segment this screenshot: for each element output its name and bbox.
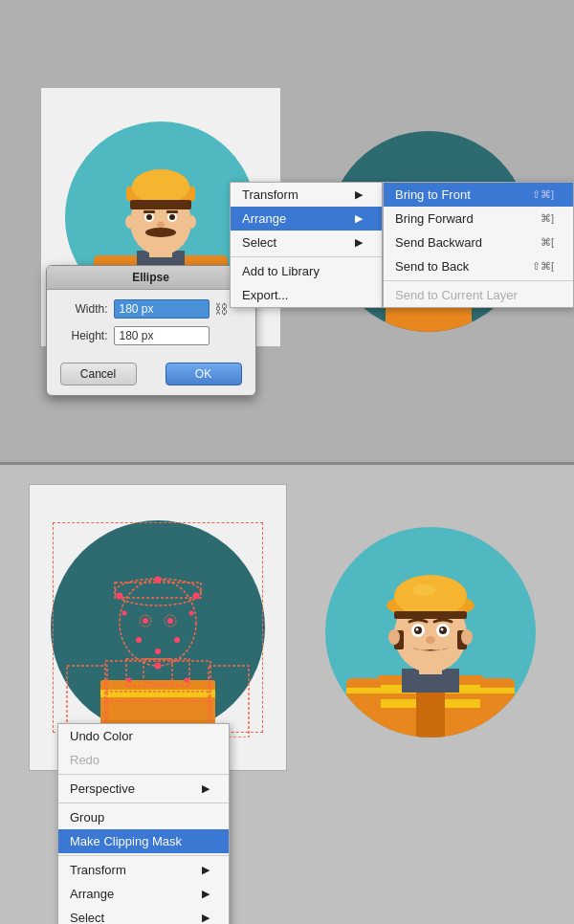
svg-point-12 [146, 214, 152, 220]
ellipse-dialog: Ellipse Width: ⛓ Height: Cancel OK [46, 265, 256, 396]
context-menu-top: Transform ▶ Arrange ▶ Select ▶ Add to Li… [230, 182, 574, 308]
svg-point-41 [167, 618, 173, 624]
svg-point-42 [136, 637, 142, 643]
arrow-icon: ▶ [355, 236, 363, 249]
wireframe-svg [48, 517, 268, 737]
svg-point-36 [155, 577, 162, 583]
bottom-menu-sep3 [58, 855, 229, 856]
svg-rect-14 [144, 210, 155, 213]
dialog-buttons: Cancel OK [47, 363, 255, 395]
arrange-submenu: Bring to Front ⇧⌘] Bring Forward ⌘] Send… [383, 182, 574, 308]
menu-separator [231, 256, 382, 257]
shortcut-bring-forward: ⌘] [541, 212, 554, 225]
arrow-icon: ▶ [355, 212, 363, 225]
bottom-menu-arrange[interactable]: Arrange ▶ [58, 882, 229, 906]
main-context-menu: Transform ▶ Arrange ▶ Select ▶ Add to Li… [230, 182, 383, 308]
arrow-icon: ▶ [202, 912, 210, 924]
svg-point-74 [426, 636, 435, 644]
width-input[interactable] [114, 299, 210, 319]
svg-point-17 [145, 228, 176, 237]
menu-item-arrange[interactable]: Arrange ▶ [231, 207, 382, 231]
menu-item-export[interactable]: Export... [231, 283, 382, 307]
width-label: Width: [60, 302, 108, 316]
submenu-send-back[interactable]: Send to Back ⇧⌘[ [384, 254, 573, 278]
width-row: Width: ⛓ [60, 299, 242, 319]
top-section: Ellipse Width: ⛓ Height: Cancel OK [0, 0, 574, 462]
svg-point-46 [189, 611, 194, 616]
bottom-menu-perspective[interactable]: Perspective ▶ [58, 777, 229, 801]
shortcut-bring-front: ⇧⌘] [532, 188, 554, 201]
arrow-icon: ▶ [202, 782, 210, 795]
submenu-bring-forward[interactable]: Bring Forward ⌘] [384, 207, 573, 231]
svg-point-38 [193, 593, 200, 600]
menu-item-add-library[interactable]: Add to Library [231, 259, 382, 283]
link-icon: ⛓ [214, 301, 228, 317]
bottom-menu-sep2 [58, 803, 229, 803]
svg-point-66 [388, 629, 400, 645]
svg-point-19 [187, 215, 196, 229]
height-label: Height: [60, 329, 108, 342]
svg-point-40 [143, 618, 148, 624]
svg-point-67 [461, 629, 473, 645]
complete-character-circle [325, 527, 536, 737]
svg-rect-78 [480, 688, 515, 693]
bottom-menu-clipping-mask[interactable]: Make Clipping Mask [58, 829, 229, 853]
submenu-bring-front[interactable]: Bring to Front ⇧⌘] [384, 183, 573, 207]
height-input[interactable] [114, 326, 210, 345]
menu-item-select[interactable]: Select ▶ [231, 231, 382, 254]
cancel-button[interactable]: Cancel [60, 363, 137, 385]
submenu-send-current-layer: Send to Current Layer [384, 283, 573, 307]
menu-item-transform[interactable]: Transform ▶ [231, 183, 382, 207]
svg-point-72 [416, 628, 419, 631]
wireframe-container [48, 517, 268, 737]
submenu-send-backward[interactable]: Send Backward ⌘[ [384, 231, 573, 254]
svg-point-43 [174, 637, 180, 643]
bottom-menu-transform[interactable]: Transform ▶ [58, 858, 229, 882]
svg-rect-9 [130, 200, 191, 209]
dialog-title: Ellipse [47, 266, 255, 290]
svg-rect-77 [346, 688, 381, 693]
arrow-icon: ▶ [355, 188, 363, 201]
dialog-body: Width: ⛓ Height: [47, 290, 255, 363]
svg-point-73 [441, 628, 444, 631]
svg-rect-15 [166, 210, 178, 213]
svg-point-44 [155, 649, 161, 654]
svg-point-39 [155, 663, 162, 670]
bottom-right-canvas [316, 484, 545, 781]
context-menu-bottom: Undo Color Redo Perspective ▶ Group Make… [57, 723, 230, 924]
svg-point-64 [412, 584, 435, 596]
svg-point-45 [122, 611, 127, 616]
submenu-separator [384, 280, 573, 281]
svg-point-48 [185, 678, 189, 683]
bottom-menu-sep1 [58, 774, 229, 775]
svg-point-47 [127, 678, 132, 683]
svg-point-13 [169, 214, 175, 220]
bottom-left-canvas: Undo Color Redo Perspective ▶ Group Make… [29, 484, 297, 781]
arrow-icon: ▶ [202, 864, 210, 876]
svg-rect-75 [346, 678, 381, 737]
ok-button[interactable]: OK [166, 363, 242, 385]
svg-point-16 [157, 222, 165, 228]
bottom-section: Undo Color Redo Perspective ▶ Group Make… [0, 465, 574, 924]
shortcut-send-backward: ⌘[ [541, 236, 554, 249]
arrow-icon: ▶ [202, 888, 210, 900]
bottom-menu-select[interactable]: Select ▶ [58, 906, 229, 924]
complete-worker-svg [325, 527, 536, 737]
height-row: Height: [60, 326, 242, 345]
svg-point-63 [394, 575, 467, 617]
bottom-menu-redo: Redo [58, 748, 229, 772]
svg-rect-65 [394, 611, 467, 619]
bottom-menu-group[interactable]: Group [58, 805, 229, 829]
shortcut-send-back: ⇧⌘[ [532, 260, 554, 273]
svg-rect-76 [480, 678, 515, 737]
bottom-menu-undo[interactable]: Undo Color [58, 724, 229, 748]
svg-point-8 [132, 169, 189, 204]
svg-rect-27 [100, 690, 215, 697]
svg-point-18 [125, 215, 135, 229]
svg-point-37 [117, 593, 123, 600]
